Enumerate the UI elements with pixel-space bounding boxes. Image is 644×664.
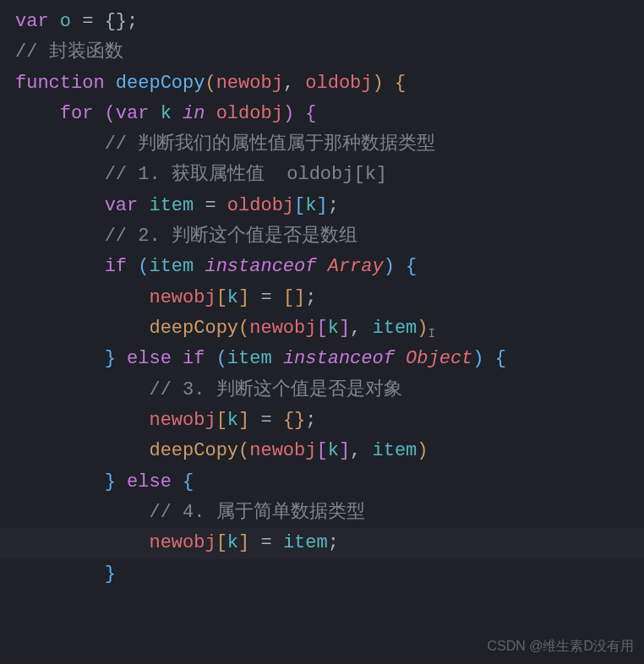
code-line: for (var k in oldobj) { <box>0 99 644 129</box>
param: newobj <box>216 73 283 94</box>
code-line: function deepCopy(newobj, oldobj) { <box>0 68 644 99</box>
keyword-for: for <box>60 103 94 124</box>
code-line: var o = {}; <box>0 7 644 37</box>
code-line: var item = oldobj[k]; <box>0 191 644 221</box>
code-editor[interactable]: var o = {}; // 封装函数 function deepCopy(ne… <box>0 7 644 590</box>
variable-name: o <box>60 11 71 32</box>
code-line: // 封装函数 <box>0 37 644 68</box>
comment: // 1. 获取属性值 oldobj[k] <box>105 164 387 185</box>
keyword-else: else <box>127 471 172 493</box>
comment: // 4. 属于简单数据类型 <box>149 502 364 523</box>
keyword-function: function <box>15 73 105 94</box>
comment: // 2. 判断这个值是否是数组 <box>105 226 357 247</box>
param: oldobj <box>305 73 372 94</box>
function-call: deepCopy <box>149 440 238 461</box>
code-line: // 2. 判断这个值是否是数组 <box>0 221 644 252</box>
comment: // 判断我们的属性值属于那种数据类型 <box>105 133 436 155</box>
code-line: newobj[k] = {}; <box>0 405 644 436</box>
code-line: // 3. 判断这个值是否是对象 <box>0 375 644 405</box>
code-line: } else { <box>0 467 644 498</box>
code-line: // 4. 属于简单数据类型 <box>0 498 644 528</box>
code-line: if (item instanceof Array) { <box>0 252 644 282</box>
watermark: CSDN @维生素D没有用 <box>487 635 634 657</box>
comment: // 封装函数 <box>15 41 123 63</box>
function-call: deepCopy <box>149 318 238 339</box>
code-line: // 判断我们的属性值属于那种数据类型 <box>0 129 644 160</box>
code-line: newobj[k] = item; <box>0 528 644 558</box>
code-line: } <box>0 559 644 590</box>
keyword-else-if: else if <box>127 348 205 369</box>
code-line: deepCopy(newobj[k], item) <box>0 436 644 466</box>
keyword-if: if <box>105 256 127 277</box>
code-line: } else if (item instanceof Object) { <box>0 344 644 374</box>
code-line: deepCopy(newobj[k], item)I <box>0 313 644 344</box>
comment: // 3. 判断这个值是否是对象 <box>149 379 401 400</box>
code-line: newobj[k] = []; <box>0 283 644 313</box>
text-cursor-icon: I <box>428 327 435 340</box>
code-line: // 1. 获取属性值 oldobj[k] <box>0 160 644 190</box>
function-name: deepCopy <box>116 73 205 94</box>
keyword-var: var <box>15 11 49 32</box>
